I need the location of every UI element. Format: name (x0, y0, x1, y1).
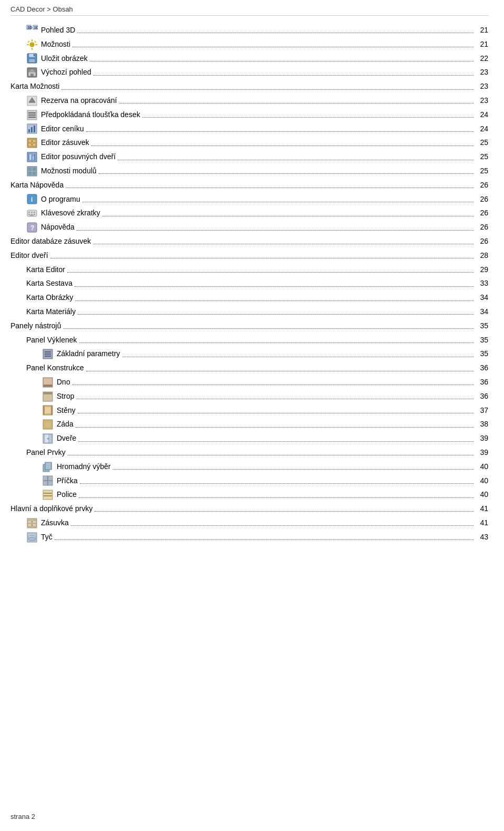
toc-page-karta-materialy: 34 (476, 306, 488, 318)
entry-label-pohled-3d: Pohled 3D 21 (41, 24, 488, 37)
entry-label-dno: Dno 36 (57, 376, 488, 389)
icon-pohled-3d: 3D 3D (26, 25, 38, 36)
entry-label-zada: Záda 38 (57, 418, 488, 431)
toc-page-moznosti-modulu: 25 (476, 165, 488, 178)
svg-rect-52 (31, 214, 33, 215)
toc-page-pohled-3d: 21 (476, 24, 488, 37)
toc-dots-karta-moznosti (61, 82, 474, 90)
toc-page-strop: 36 (476, 390, 488, 403)
svg-rect-81 (45, 462, 51, 470)
svg-text:3D: 3D (28, 26, 33, 29)
svg-text:i: i (31, 196, 33, 203)
toc-entry-police: Police 40 (10, 489, 488, 501)
section-label-editor-databaze-zasuvek: Editor databáze zásuvek 26 (10, 235, 488, 248)
svg-rect-41 (28, 168, 32, 171)
toc-page-zasuvka: 41 (476, 517, 488, 529)
toc-entry-klavesove-zkratky: Klávesové zkratky 26 (10, 207, 488, 220)
toc-dots-panel-prvky (68, 448, 474, 455)
svg-rect-8 (27, 44, 29, 45)
toc-dots-pohled-3d (77, 26, 474, 33)
toc-dots-moznosti (72, 40, 474, 47)
svg-rect-89 (44, 493, 52, 494)
entry-label-tyc: Tyč 43 (41, 531, 488, 544)
toc-page-panel-konstrukce: 36 (476, 362, 488, 375)
svg-rect-53 (34, 214, 35, 215)
toc-page-panel-prvky: 39 (476, 446, 488, 459)
svg-rect-25 (28, 117, 36, 118)
section-label-karta-moznosti: Karta Možnosti 23 (10, 80, 488, 93)
toc-entry-hromadny-vyber: Hromadný výběr 40 (10, 461, 488, 473)
toc-entry-pohled-3d: 3D 3D Pohled 3D 21 (10, 24, 488, 37)
toc-entry-panely-nastroju: Panely nástrojů 35 (10, 320, 488, 333)
toc-page-police: 40 (476, 489, 488, 501)
toc-dots-dno (72, 378, 474, 385)
entry-label-editor-ceniku: Editor ceníku 24 (41, 123, 488, 136)
toc-page-editor-ceniku: 24 (476, 123, 488, 136)
toc-dots-panel-vyklenek (79, 336, 474, 343)
entry-label-zakladni-parametry: Základní parametry 35 (57, 348, 488, 360)
toc-page-pricka: 40 (476, 475, 488, 487)
entry-label-zasuvka: Zásuvka 41 (41, 517, 488, 529)
toc-entry-zasuvka: Zásuvka 41 (10, 517, 488, 529)
toc-page-editor-databaze-zasuvek: 26 (476, 235, 488, 248)
subsection-label-karta-obrazky: Karta Obrázky 34 (26, 292, 488, 304)
toc-page-moznosti: 21 (476, 38, 488, 51)
toc-page-dno: 36 (476, 376, 488, 389)
svg-rect-93 (44, 496, 52, 499)
toc-entry-zakladni-parametry: Základní parametry 35 (10, 348, 488, 360)
entry-label-napoveda: Nápověda 26 (41, 221, 488, 234)
toc-entry-rezerva-na-opracovani: Rezerva na opracování 23 (10, 95, 488, 107)
svg-rect-23 (28, 112, 36, 113)
entry-label-pricka: Příčka 40 (57, 475, 488, 487)
toc-page-karta-editor: 29 (476, 264, 488, 276)
toc-page-tyc: 43 (476, 531, 488, 544)
entry-label-vychozi-pohled: Výchozí pohled 23 (41, 66, 488, 79)
svg-rect-86 (43, 480, 47, 481)
toc-entry-panel-konstrukce: Panel Konstrukce 36 (10, 362, 488, 375)
svg-rect-15 (34, 54, 35, 56)
icon-moznosti (26, 39, 38, 50)
toc-entry-strop: Strop 36 (10, 390, 488, 403)
svg-rect-87 (48, 480, 52, 481)
toc-entry-editor-dveri: Editor dveří 28 (10, 250, 488, 262)
svg-rect-72 (45, 407, 51, 413)
entry-label-moznosti: Možnosti 21 (41, 38, 488, 51)
svg-rect-7 (32, 48, 33, 50)
icon-o-programu: i (26, 193, 38, 205)
svg-rect-9 (35, 44, 37, 45)
toc-page-editor-posuvnych-dveri: 25 (476, 151, 488, 163)
toc-dots-pricka (80, 476, 474, 484)
icon-dvere (42, 433, 54, 444)
svg-rect-27 (28, 129, 30, 132)
toc-page-predpokladana-tlouska: 24 (476, 109, 488, 121)
icon-zakladni-parametry (42, 348, 54, 360)
toc-page-karta-napoveda: 26 (476, 179, 488, 192)
toc-dots-police (79, 491, 474, 498)
toc-dots-tyc (55, 533, 474, 540)
svg-rect-24 (28, 115, 36, 116)
toc-page-panely-nastroju: 35 (476, 320, 488, 333)
icon-klavesove-zkratky (26, 207, 38, 219)
icon-police (42, 489, 54, 501)
toc-page-rezerva-na-opracovani: 23 (476, 95, 488, 107)
toc-dots-steny (78, 406, 474, 413)
icon-predpokladana-tlouska (26, 109, 38, 121)
toc-entry-editor-databaze-zasuvek: Editor databáze zásuvek 26 (10, 235, 488, 248)
svg-rect-11 (34, 40, 36, 43)
svg-rect-30 (27, 138, 37, 148)
toc-page-karta-obrazky: 34 (476, 292, 488, 304)
toc-page-o-programu: 26 (476, 193, 488, 206)
toc-entry-panel-vyklenek: Panel Výklenek 35 (10, 334, 488, 347)
svg-rect-75 (45, 421, 51, 428)
entry-label-steny: Stěny 37 (57, 404, 488, 417)
section-label-karta-napoveda: Karta Nápověda 26 (10, 179, 488, 192)
footer-text: strana 2 (10, 813, 35, 820)
entry-label-hromadny-vyber: Hromadný výběr 40 (57, 461, 488, 473)
entry-label-klavesove-zkratky: Klávesové zkratky 26 (41, 207, 488, 220)
toc-entry-karta-editor: Karta Editor 29 (10, 264, 488, 276)
toc-entry-predpokladana-tlouska: Předpokládaná tloušťka desek 24 (10, 109, 488, 121)
subsection-label-karta-materialy: Karta Materiály 34 (26, 306, 488, 318)
toc-page-dvere: 39 (476, 432, 488, 445)
toc-entry-moznosti-modulu: Možnosti modulů 25 (10, 165, 488, 178)
toc-dots-panely-nastroju (64, 321, 474, 329)
